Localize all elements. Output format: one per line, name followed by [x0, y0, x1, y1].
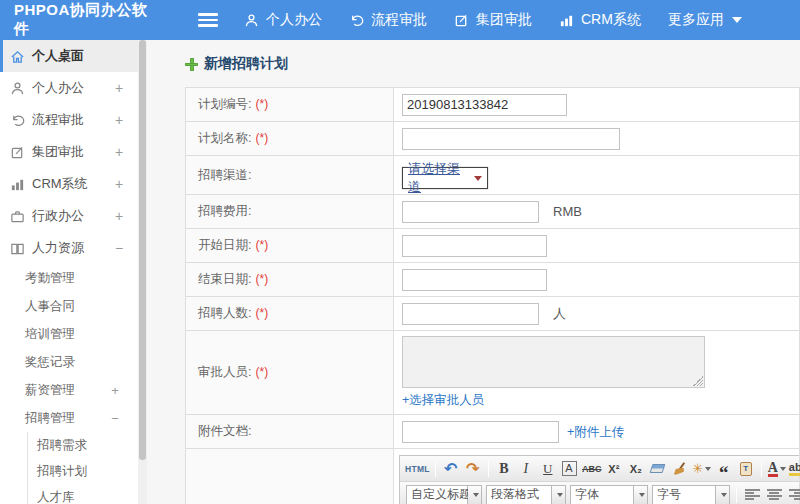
main-content: 新增招聘计划 计划编号:(*) 计划名称:(*) 招聘渠道: 请选择渠道 招聘费…	[147, 40, 800, 504]
font-color-button[interactable]: A	[767, 459, 787, 479]
headcount-input[interactable]	[402, 303, 539, 325]
format-painter-icon: ✳	[692, 461, 703, 476]
paragraph-format-select[interactable]: 段落格式	[486, 485, 566, 504]
sidebar-item-personal-office[interactable]: 个人办公 +	[0, 72, 138, 104]
field-label: 结束日期:	[198, 272, 251, 286]
format-painter-button[interactable]: ✳	[692, 459, 712, 479]
sidebar-item-recruit-demand[interactable]: 招聘需求	[28, 432, 138, 458]
required-mark: (*)	[255, 272, 268, 286]
superscript-button[interactable]: X²	[604, 459, 624, 479]
field-label: 计划名称:	[198, 131, 251, 145]
workflow-icon	[10, 113, 25, 128]
source-code-button[interactable]: HTML	[405, 459, 430, 479]
sidebar-item-reward-records[interactable]: 奖惩记录	[0, 348, 138, 376]
paste-text-icon[interactable]: T	[740, 462, 752, 476]
strikethrough-button[interactable]: ABC	[582, 459, 602, 479]
sidebar-item-salary-mgmt[interactable]: 薪资管理+	[0, 376, 138, 404]
italic-button[interactable]: I	[516, 459, 536, 479]
field-label: 审批人员:	[198, 365, 251, 379]
recruitment-plan-form: 计划编号:(*) 计划名称:(*) 招聘渠道: 请选择渠道 招聘费用: RMB …	[185, 87, 800, 504]
sidebar: 个人桌面 个人办公 + 流程审批 + 集团审批 + CRM系统 + 行政办公 +…	[0, 40, 138, 504]
table-row: 附件文档: +附件上传	[186, 415, 800, 449]
field-label: 招聘人数:	[198, 306, 251, 320]
collapse-icon[interactable]: −	[114, 240, 124, 256]
sidebar-item-talent-pool[interactable]: 人才库	[28, 484, 138, 504]
expand-icon[interactable]: +	[110, 383, 120, 398]
align-right-icon[interactable]	[789, 489, 800, 500]
eraser-icon[interactable]	[650, 464, 666, 473]
editor-toolbar-row1: HTML ↶ ↷ B I U A ABC X² X₂ ✳	[400, 456, 799, 482]
sidebar-item-admin-office[interactable]: 行政办公 +	[0, 200, 138, 232]
auto-typeset-button[interactable]: A	[562, 461, 577, 476]
caret-down-icon	[557, 493, 563, 497]
sidebar-item-group-approval[interactable]: 集团审批 +	[0, 136, 138, 168]
plus-icon	[185, 58, 198, 71]
required-mark: (*)	[255, 97, 268, 111]
edit-icon	[454, 13, 469, 28]
plan-number-input[interactable]	[402, 94, 567, 116]
rich-text-editor: HTML ↶ ↷ B I U A ABC X² X₂ ✳	[399, 455, 799, 504]
required-mark: (*)	[255, 131, 268, 145]
sidebar-item-hr-contract[interactable]: 人事合同	[0, 292, 138, 320]
scrollbar-thumb[interactable]	[139, 40, 146, 460]
sidebar-item-recruit-plan[interactable]: 招聘计划	[28, 458, 138, 484]
nav-group-approval[interactable]: 集团审批	[454, 11, 532, 29]
collapse-icon[interactable]: −	[110, 411, 120, 426]
caret-down-icon	[732, 17, 742, 23]
plan-name-input[interactable]	[402, 128, 620, 150]
sidebar-item-crm-system[interactable]: CRM系统 +	[0, 168, 138, 200]
channel-select[interactable]: 请选择渠道	[402, 167, 488, 189]
blockquote-button[interactable]: “	[714, 459, 734, 479]
bar-chart-icon	[10, 177, 25, 192]
caret-down-icon	[473, 493, 479, 497]
sidebar-item-workflow-approval[interactable]: 流程审批 +	[0, 104, 138, 136]
field-label: 附件文档:	[198, 424, 251, 438]
table-row: HTML ↶ ↷ B I U A ABC X² X₂ ✳	[186, 449, 800, 504]
align-center-icon[interactable]	[767, 489, 782, 500]
caret-down-icon	[639, 493, 645, 497]
expand-icon[interactable]: +	[114, 176, 124, 192]
font-size-select[interactable]: 字号	[652, 485, 730, 504]
resize-grip-icon[interactable]	[693, 376, 703, 386]
app-logo: PHPOA协同办公软件	[0, 1, 162, 39]
caret-down-icon	[721, 493, 727, 497]
expand-icon[interactable]: +	[114, 112, 124, 128]
redo-icon[interactable]: ↷	[463, 459, 483, 479]
start-date-input[interactable]	[402, 235, 547, 257]
sidebar-scrollbar[interactable]	[138, 40, 147, 504]
nav-crm-system[interactable]: CRM系统	[559, 11, 641, 29]
expand-icon[interactable]: +	[114, 80, 124, 96]
sidebar-item-recruit-mgmt[interactable]: 招聘管理−	[0, 404, 138, 432]
sidebar-item-personal-desktop[interactable]: 个人桌面	[0, 40, 138, 72]
bold-button[interactable]: B	[494, 459, 514, 479]
nav-workflow-approval[interactable]: 流程审批	[349, 11, 427, 29]
table-row: 审批人员:(*) +选择审批人员	[186, 331, 800, 415]
bar-chart-icon	[559, 13, 574, 28]
highlight-color-button[interactable]: ab	[789, 459, 800, 479]
menu-toggle-icon[interactable]	[198, 13, 218, 27]
required-mark: (*)	[255, 365, 268, 379]
briefcase-icon	[10, 209, 25, 224]
undo-icon[interactable]: ↶	[441, 459, 461, 479]
clean-format-icon[interactable]	[673, 462, 687, 476]
recruit-fee-input[interactable]	[402, 201, 539, 223]
expand-icon[interactable]: +	[114, 144, 124, 160]
align-left-icon[interactable]	[745, 489, 760, 500]
sidebar-item-training-mgmt[interactable]: 培训管理	[0, 320, 138, 348]
recruit-submenu: 招聘需求 招聘计划 人才库	[27, 432, 138, 504]
subscript-button[interactable]: X₂	[626, 459, 646, 479]
expand-icon[interactable]: +	[114, 208, 124, 224]
sidebar-item-human-resources[interactable]: 人力资源 −	[0, 232, 138, 264]
sidebar-item-attendance-mgmt[interactable]: 考勤管理	[0, 264, 138, 292]
approver-textarea[interactable]	[402, 336, 705, 388]
table-row: 招聘费用: RMB	[186, 195, 800, 229]
nav-personal-office[interactable]: 个人办公	[244, 11, 322, 29]
nav-more-apps[interactable]: 更多应用	[668, 11, 742, 29]
underline-button[interactable]: U	[538, 459, 558, 479]
custom-title-select[interactable]: 自定义标题	[406, 485, 482, 504]
select-approver-link[interactable]: +选择审批人员	[402, 393, 484, 407]
font-family-select[interactable]: 字体	[570, 485, 648, 504]
attachment-input[interactable]	[402, 421, 559, 443]
attachment-upload-link[interactable]: +附件上传	[567, 425, 624, 439]
end-date-input[interactable]	[402, 269, 547, 291]
